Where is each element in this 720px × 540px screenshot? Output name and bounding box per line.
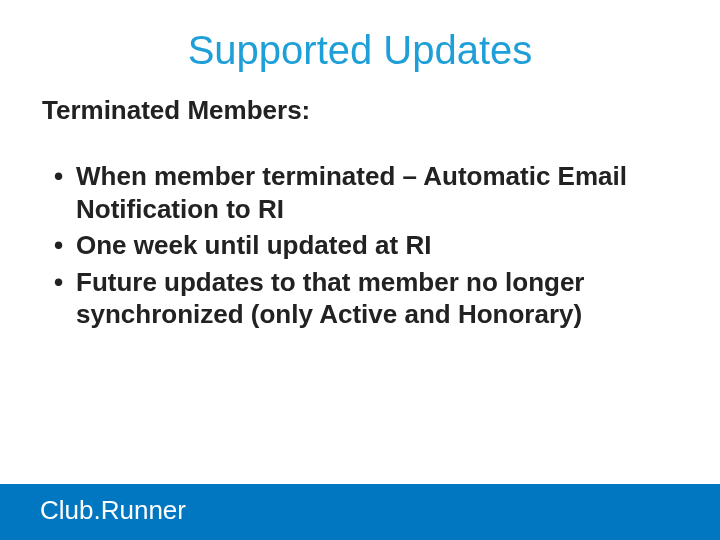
bullet-item: Future updates to that member no longer …	[50, 266, 670, 331]
footer-bar: Club.Runner	[0, 484, 720, 540]
slide: Supported Updates Terminated Members: Wh…	[0, 0, 720, 540]
slide-title: Supported Updates	[50, 28, 670, 73]
slide-subtitle: Terminated Members:	[42, 95, 670, 126]
bullet-list: When member terminated – Automatic Email…	[50, 160, 670, 331]
footer-brand: Club.Runner	[0, 484, 720, 526]
bullet-item: When member terminated – Automatic Email…	[50, 160, 670, 225]
bullet-item: One week until updated at RI	[50, 229, 670, 262]
